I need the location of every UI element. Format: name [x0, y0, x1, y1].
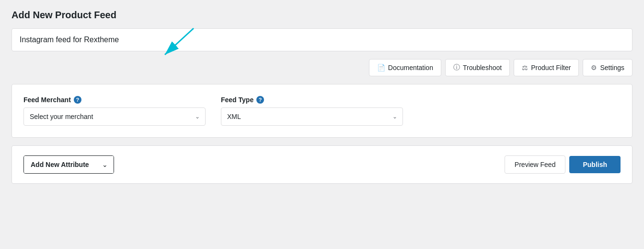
feed-type-help-icon[interactable]: ? [256, 96, 264, 104]
add-attribute-main-button[interactable]: Add New Attribute [24, 156, 96, 173]
filter-icon: ⚖ [522, 64, 528, 71]
settings-button[interactable]: ⚙ Settings [583, 59, 632, 76]
troubleshoot-label: Troubleshoot [463, 64, 502, 71]
toolbar: 📄 Documentation ⓘ Troubleshoot ⚖ Product… [12, 59, 632, 76]
documentation-button[interactable]: 📄 Documentation [369, 59, 441, 76]
add-attribute-button-group: Add New Attribute ⌄ [23, 155, 114, 174]
feed-type-select-wrapper: XML CSV TSV JSON ⌄ [221, 107, 403, 126]
form-row: Feed Merchant ? Select your merchant ⌄ F… [23, 96, 621, 126]
feed-name-input[interactable] [12, 28, 632, 51]
bottom-bar: Add New Attribute ⌄ Preview Feed Publish [12, 145, 632, 184]
troubleshoot-button[interactable]: ⓘ Troubleshoot [445, 59, 510, 76]
feed-merchant-select-wrapper: Select your merchant ⌄ [23, 107, 206, 126]
info-icon: ⓘ [453, 63, 460, 72]
feed-name-wrapper [12, 28, 632, 51]
settings-label: Settings [600, 64, 624, 71]
gear-icon: ⚙ [591, 64, 597, 71]
add-attribute-chevron-icon: ⌄ [102, 161, 108, 168]
bottom-actions: Preview Feed Publish [505, 155, 621, 174]
product-filter-label: Product Filter [531, 64, 571, 71]
product-filter-button[interactable]: ⚖ Product Filter [514, 59, 579, 76]
feed-type-group: Feed Type ? XML CSV TSV JSON ⌄ [221, 96, 403, 126]
feed-merchant-help-icon[interactable]: ? [74, 96, 81, 104]
add-attribute-dropdown-button[interactable]: ⌄ [96, 156, 114, 173]
preview-feed-button[interactable]: Preview Feed [505, 155, 566, 174]
page-title: Add New Product Feed [12, 10, 632, 21]
feed-type-label: Feed Type ? [221, 96, 403, 104]
feed-merchant-select[interactable]: Select your merchant [23, 107, 206, 126]
document-icon: 📄 [377, 64, 385, 71]
feed-config-card: Feed Merchant ? Select your merchant ⌄ F… [12, 84, 632, 138]
publish-button[interactable]: Publish [569, 156, 621, 173]
feed-merchant-label: Feed Merchant ? [23, 96, 206, 104]
feed-merchant-group: Feed Merchant ? Select your merchant ⌄ [23, 96, 206, 126]
documentation-label: Documentation [388, 64, 433, 71]
feed-type-select[interactable]: XML CSV TSV JSON [221, 107, 403, 126]
